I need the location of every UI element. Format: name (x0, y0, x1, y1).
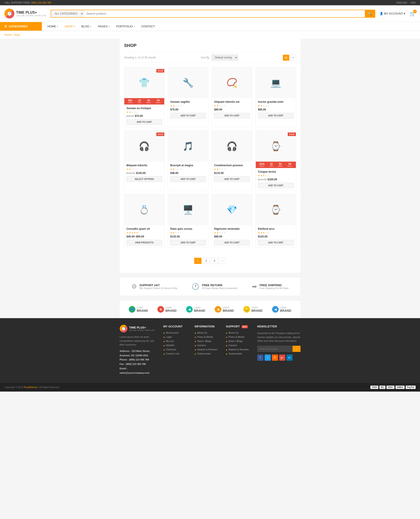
page-button[interactable]: 3 (211, 258, 218, 264)
footer-support-awards[interactable]: Awards & Reviews (226, 348, 251, 351)
product-card: 💻 Auctor gravida enim ★★★★★ $85.00 ADD T… (255, 67, 296, 127)
return-title: FREE RETURN (202, 284, 238, 287)
add-to-cart-button[interactable]: ADD TO CART (170, 240, 206, 245)
add-to-cart-button[interactable]: VIEW PRODUCTS (127, 240, 162, 245)
star: ★ (175, 168, 177, 170)
product-name: Aenean sagittis (170, 100, 206, 103)
countdown: 1231 DAYS 12 HRS 52 MINS 54 SECS (256, 162, 296, 168)
add-to-cart-button[interactable]: SELECT OPTIONS (127, 176, 162, 182)
price-new: $132.00 (170, 235, 180, 238)
brand-2-label: LOGO (165, 307, 177, 309)
brand-6[interactable]: ◀ LOGO BRAND (272, 306, 291, 313)
logo-icon: 🕐 (4, 9, 14, 19)
brand-4[interactable]: ◑ LOGO BRAND (215, 306, 234, 313)
newsletter-input[interactable] (257, 346, 292, 352)
list-view-button[interactable]: ≡ (290, 55, 296, 61)
nav-item-blog[interactable]: BLOG ▾ (78, 22, 95, 31)
add-to-cart-button[interactable]: ADD TO CART (214, 113, 250, 118)
amex-icon: AMEX (396, 386, 405, 389)
page-button[interactable]: 1 (194, 258, 202, 264)
brand-1[interactable]: 🌀 LOGO BRAND (129, 306, 148, 313)
add-to-cart-button[interactable]: ADD TO CART (170, 176, 206, 182)
footer-support-press[interactable]: Press & Media (226, 336, 251, 338)
add-to-cart-button[interactable]: ADD TO CART (258, 240, 294, 245)
star: ★ (134, 232, 136, 234)
nav-item-portfolio[interactable]: PORTFOLIO ▾ (113, 22, 138, 31)
footer-link-about[interactable]: About Us (195, 331, 219, 334)
social-links: f t R g+ in (257, 354, 300, 361)
linkedin-button[interactable]: in (286, 354, 292, 361)
logo[interactable]: 🕐 TIME PLUS+ ONLINE STORE TEMPLATE (4, 9, 46, 19)
twitter-button[interactable]: t (265, 354, 271, 361)
rss-button[interactable]: R (272, 354, 278, 361)
footer-link-news[interactable]: News / Blogs (195, 340, 219, 342)
language-selector[interactable]: ENGLISH (396, 1, 407, 4)
star: ★ (178, 105, 180, 107)
search-input[interactable] (84, 10, 365, 17)
breadcrumb-home[interactable]: Home (4, 33, 11, 36)
pagination: 123› (124, 253, 296, 268)
brand-1-name: BRAND (137, 309, 148, 312)
footer-support-testimonials[interactable]: Testimonials (226, 352, 251, 355)
footer-link-awards[interactable]: Awards & Reviews (195, 348, 219, 351)
nav-item-home[interactable]: HOME ▾ (44, 22, 61, 31)
brand-3[interactable]: ◀ LOGO BRAND (186, 306, 205, 313)
breadcrumb: Home › Shop (0, 31, 420, 38)
sort-select[interactable]: Default sorting (212, 54, 238, 61)
footer-link-wishlist[interactable]: Wishlist (163, 344, 188, 346)
payment-icons: VISA MC DISC AMEX PayPal (370, 386, 416, 389)
nav-item-contact[interactable]: CONTACT (138, 22, 158, 31)
add-to-cart-button[interactable]: ADD TO CART (258, 183, 294, 188)
brand-4-name: BRAND (223, 309, 234, 312)
star: ★ (265, 174, 267, 177)
categories-button[interactable]: ☰ CATEGORIES (0, 22, 42, 31)
footer-support-careers[interactable]: Careers (226, 344, 251, 346)
footer-link-my-account[interactable]: My Account (163, 331, 188, 334)
footer-support-links: About Us Press & Media News / Blogs Care… (226, 331, 251, 355)
brand-link[interactable]: Roadthemes (24, 386, 38, 389)
page-button[interactable]: › (219, 258, 226, 264)
currency-selector[interactable]: USD (411, 1, 416, 4)
page-button[interactable]: 2 (202, 258, 210, 264)
footer-link-testimonials[interactable]: Testimonials (195, 352, 219, 355)
brand-5-icon: 💡 (243, 306, 250, 313)
footer-link-checkout[interactable]: Checkout (163, 348, 188, 351)
footer-link-cart[interactable]: My cart (163, 340, 188, 342)
add-to-cart-button[interactable]: ADD TO CART (214, 176, 250, 182)
footer-support-about[interactable]: About Us (226, 331, 251, 334)
countdown-item: 12 HRS (270, 163, 273, 167)
nav-item-pages[interactable]: PAGES ▾ (95, 22, 113, 31)
footer-link-custom[interactable]: Custom Link (163, 352, 188, 355)
product-card: 📿 Aliquam lobortis est ★★★★★ $80.00 ADD … (212, 67, 252, 127)
footer-link-press-media[interactable]: Press & Media (195, 336, 219, 338)
brand-2[interactable]: ♛ LOGO BRAND (158, 306, 177, 313)
nav-item-shop[interactable]: SHOP ▾ (61, 22, 78, 31)
price-new: $105.00 (268, 178, 277, 181)
search-button[interactable]: 🔍 (365, 10, 375, 17)
footer-link-login[interactable]: Login (163, 336, 188, 338)
add-to-cart-button[interactable]: ADD TO CART (127, 119, 162, 125)
star: ★ (129, 232, 131, 234)
facebook-button[interactable]: f (257, 354, 263, 361)
product-name: Bliquam lobortis (127, 164, 162, 167)
support-desc: We Support Online 24 Hours A Day (140, 287, 178, 289)
add-to-cart-button[interactable]: ADD TO CART (214, 240, 250, 245)
add-to-cart-button[interactable]: ADD TO CART (170, 113, 206, 118)
footer-support-news[interactable]: News / Blogs (226, 340, 251, 342)
footer-link-careers[interactable]: Careers (195, 344, 219, 346)
cart-section[interactable]: 🛒 0 (410, 11, 416, 16)
brand-5[interactable]: 💡 LOGO BRAND (243, 306, 262, 313)
category-select[interactable]: ALL CATEGORIES (51, 10, 84, 17)
add-to-cart-button[interactable]: ADD TO CART (258, 113, 294, 118)
footer-about: Lorem ipsum dolor sit amet, consectetuer… (120, 335, 157, 347)
feature-support: ⚙ SUPPORT 24/7 We Support Online 24 Hour… (131, 283, 178, 290)
star: ★ (180, 168, 182, 170)
star: ★ (127, 232, 128, 234)
support-info: CALL SUPPORT FREE: (800) 123 456 789 (4, 1, 51, 4)
google-plus-button[interactable]: g+ (279, 354, 285, 361)
grid-view-button[interactable]: ⊞ (283, 55, 289, 61)
account-section[interactable]: 👤 MY ACCOUNT ▾ (380, 12, 405, 15)
product-icon: 🖥️ (170, 196, 206, 223)
product-name: Auctor gravida enim (258, 100, 294, 103)
newsletter-submit[interactable]: → (292, 346, 300, 352)
